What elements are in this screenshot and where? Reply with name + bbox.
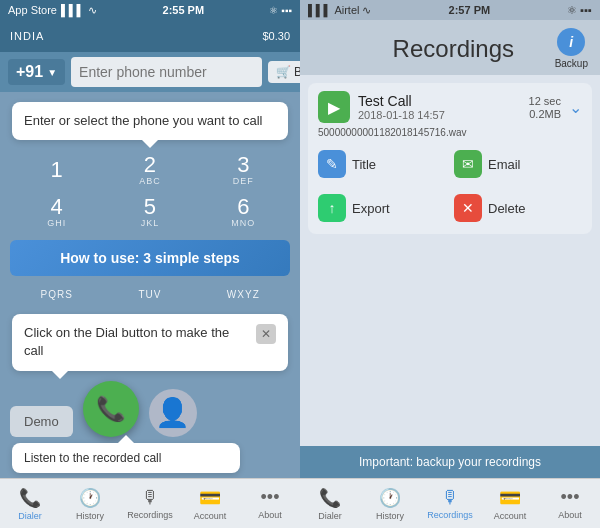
tab-recordings-right[interactable]: 🎙 Recordings <box>420 487 480 520</box>
phone-dial-icon: 📞 <box>96 395 126 423</box>
recordings-header: Recordings i Backup <box>300 20 600 75</box>
email-action-label: Email <box>488 157 521 172</box>
demo-label: Demo <box>24 414 59 429</box>
contacts-button[interactable]: 👤 <box>149 389 197 437</box>
status-bar-left: App Store ▌▌▌ ∿ 2:55 PM ⚛ ▪▪▪ <box>0 0 300 20</box>
key-2[interactable]: 2 ABC <box>115 150 185 190</box>
play-button[interactable]: ▶ <box>318 91 350 123</box>
export-action-icon: ↑ <box>318 194 346 222</box>
cart-icon: 🛒 <box>276 65 291 79</box>
how-to-banner: How to use: 3 simple steps <box>10 240 290 276</box>
numpad-bottom-labels: PQRS TUV WXYZ <box>0 280 300 308</box>
label-wxyz: WXYZ <box>208 280 278 308</box>
recording-date: 2018-01-18 14:57 <box>358 109 521 121</box>
delete-action-button[interactable]: ✕ Delete <box>454 190 582 226</box>
backup-label: Backup <box>555 58 588 69</box>
dial-area: Demo 📞 👤 <box>0 377 300 441</box>
time-left: 2:55 PM <box>163 4 205 16</box>
delete-action-label: Delete <box>488 201 526 216</box>
expand-button[interactable]: ⌄ <box>569 98 582 117</box>
carrier-label: Airtel <box>334 4 359 16</box>
tab-recordings-left[interactable]: 🎙 Recordings <box>120 487 180 520</box>
recording-top-row: ▶ Test Call 2018-01-18 14:57 12 sec 0.2M… <box>318 91 582 123</box>
demo-button[interactable]: Demo <box>10 406 73 437</box>
dial-button[interactable]: 📞 <box>83 381 139 437</box>
signal-icon: ▌▌▌ <box>61 4 84 16</box>
more-icon: ••• <box>261 487 280 508</box>
recording-meta: 12 sec 0.2MB <box>529 95 561 120</box>
left-panel: App Store ▌▌▌ ∿ 2:55 PM ⚛ ▪▪▪ INDIA $0.3… <box>0 0 300 528</box>
numpad: 1 2 ABC 3 DEF 4 GHI 5 JKL 6 MNO <box>0 146 300 236</box>
key-4[interactable]: 4 GHI <box>22 192 92 232</box>
right-status-icons: ⚛ ▪▪▪ <box>567 4 592 17</box>
account-icon-right: 💳 <box>499 487 521 509</box>
recordings-icon-right: 🎙 <box>441 487 459 508</box>
tab-dialer-left[interactable]: 📞 Dialer <box>0 487 60 521</box>
label-tuv: TUV <box>115 280 185 308</box>
tab-dialer-right[interactable]: 📞 Dialer <box>300 487 360 521</box>
tab-about-left[interactable]: ••• About <box>240 487 300 520</box>
recording-actions: ✎ Title ✉ Email ↑ Export ✕ Delete <box>318 146 582 226</box>
title-action-button[interactable]: ✎ Title <box>318 146 446 182</box>
recording-size: 0.2MB <box>529 108 561 120</box>
title-action-label: Title <box>352 157 376 172</box>
recordings-title: Recordings <box>352 35 555 63</box>
backup-info-icon: i <box>557 28 585 56</box>
email-action-button[interactable]: ✉ Email <box>454 146 582 182</box>
chevron-down-icon: ▼ <box>47 67 57 78</box>
tab-history-right[interactable]: 🕐 History <box>360 487 420 521</box>
play-icon: ▶ <box>328 98 340 117</box>
signal-bars-right: ▌▌▌ <box>308 4 331 16</box>
recording-filename: 50000000001182018145716.wav <box>318 127 582 138</box>
bluetooth-icon-right: ⚛ <box>567 4 577 17</box>
country-name: INDIA <box>10 30 44 42</box>
numpad-row-1: 1 2 ABC 3 DEF <box>10 150 290 190</box>
tooltip-listen: Listen to the recorded call <box>12 443 240 473</box>
right-panel: ▌▌▌ Airtel ∿ 2:57 PM ⚛ ▪▪▪ Recordings i … <box>300 0 600 528</box>
recordings-icon: 🎙 <box>141 487 159 508</box>
country-bar: INDIA $0.30 <box>0 20 300 52</box>
phone-input-row: +91 ▼ 🛒 Buy <box>0 52 300 92</box>
wifi-icon-right: ∿ <box>362 4 371 17</box>
status-left-icons: App Store ▌▌▌ ∿ <box>8 4 97 17</box>
email-action-icon: ✉ <box>454 150 482 178</box>
key-5[interactable]: 5 JKL <box>115 192 185 232</box>
tooltip-close-button[interactable]: ✕ <box>256 324 276 344</box>
numpad-row-2: 4 GHI 5 JKL 6 MNO <box>10 192 290 232</box>
tab-history-left[interactable]: 🕐 History <box>60 487 120 521</box>
tab-about-right[interactable]: ••• About <box>540 487 600 520</box>
tab-account-left[interactable]: 💳 Account <box>180 487 240 521</box>
price-label: $0.30 <box>262 30 290 42</box>
history-icon-right: 🕐 <box>379 487 401 509</box>
wifi-icon: ∿ <box>88 4 97 17</box>
tab-bar-right: 📞 Dialer 🕐 History 🎙 Recordings 💳 Accoun… <box>300 478 600 528</box>
more-icon-right: ••• <box>561 487 580 508</box>
phone-input[interactable] <box>71 57 262 87</box>
country-code-dropdown[interactable]: +91 ▼ <box>8 59 65 85</box>
country-code: +91 <box>16 63 43 81</box>
signal-right: ▌▌▌ Airtel ∿ <box>308 4 371 17</box>
time-right: 2:57 PM <box>449 4 491 16</box>
status-bar-right: ▌▌▌ Airtel ∿ 2:57 PM ⚛ ▪▪▪ <box>300 0 600 20</box>
tooltip-listen-text: Listen to the recorded call <box>24 451 161 465</box>
recording-name: Test Call <box>358 93 521 109</box>
phone-icon-right: 📞 <box>319 487 341 509</box>
recording-duration: 12 sec <box>529 95 561 107</box>
backup-button[interactable]: i Backup <box>555 28 588 69</box>
bluetooth-icon: ⚛ <box>269 5 278 16</box>
recordings-list: ▶ Test Call 2018-01-18 14:57 12 sec 0.2M… <box>300 75 600 446</box>
how-to-text: How to use: 3 simple steps <box>60 250 240 266</box>
export-action-label: Export <box>352 201 390 216</box>
recording-info: Test Call 2018-01-18 14:57 <box>358 93 521 121</box>
recording-item: ▶ Test Call 2018-01-18 14:57 12 sec 0.2M… <box>308 83 592 234</box>
export-action-button[interactable]: ↑ Export <box>318 190 446 226</box>
footer-text: Important: backup your recordings <box>359 455 541 469</box>
tooltip-dial-text: Click on the Dial button to make the cal… <box>24 324 250 360</box>
tab-account-right[interactable]: 💳 Account <box>480 487 540 521</box>
tab-bar-left: 📞 Dialer 🕐 History 🎙 Recordings 💳 Accoun… <box>0 478 300 528</box>
history-icon: 🕐 <box>79 487 101 509</box>
tooltip-dial: Click on the Dial button to make the cal… <box>12 314 288 370</box>
key-3[interactable]: 3 DEF <box>208 150 278 190</box>
key-1[interactable]: 1 <box>22 150 92 190</box>
key-6[interactable]: 6 MNO <box>208 192 278 232</box>
